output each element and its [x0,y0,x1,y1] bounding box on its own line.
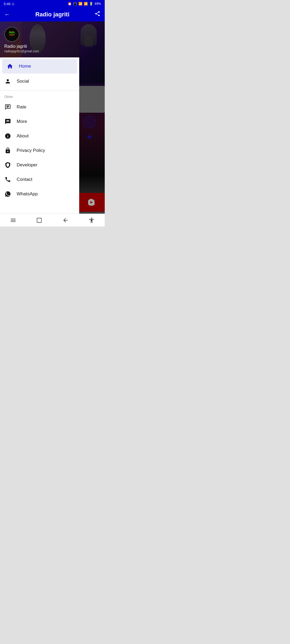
status-time-area: 5:46 ⚠ [4,2,15,6]
about-label: About [17,133,28,139]
menu-item-rate[interactable]: Rate [0,100,79,114]
avatar: Radio Jagriti [4,27,19,42]
home-icon [6,63,13,70]
status-bar: 5:46 ⚠ ⏰ 📳 📶 📶 🔋 49% [0,0,105,8]
whatsapp-icon [4,191,11,197]
vibrate-icon: 📳 [73,2,77,6]
drawer-email: radiojagriti1@gmail.com [4,49,75,53]
back-button[interactable]: ← [4,11,10,18]
signal-icon: 📶 [84,2,88,6]
menu-item-more[interactable]: More [0,114,79,129]
battery-icon: 🔋 [89,2,93,6]
privacy-label: Privacy Policy [17,148,45,153]
battery-percent: 49% [95,2,101,6]
menu-item-whatsapp[interactable]: WhatsApp [0,187,79,201]
avatar-logo: Radio Jagriti [5,27,19,41]
rate-icon [4,104,11,111]
nav-home-button[interactable] [26,214,53,226]
status-time: 5:46 [4,2,10,6]
more-icon [4,118,11,125]
svg-rect-4 [37,218,42,222]
developer-label: Developer [17,162,38,168]
menu-item-about[interactable]: About [0,129,79,143]
nav-menu-button[interactable] [0,214,26,226]
about-icon [4,133,11,140]
other-section-label: Other [0,92,79,100]
drawer-station-name: Radio jagriti [4,44,75,49]
divider-1 [0,90,79,90]
home-label: Home [19,64,31,69]
contact-label: Contact [17,177,32,182]
main-container: Radio Jagriti Radio jagriti radiojagriti… [0,21,105,226]
app-bar: ← Radio jagriti [0,8,105,21]
wifi-icon: 📶 [78,2,82,6]
whatsapp-label: WhatsApp [17,191,38,197]
developer-icon [4,162,11,169]
more-label: More [17,119,27,124]
rate-label: Rate [17,104,26,110]
menu-item-home[interactable]: Home [2,59,77,74]
bottom-nav [0,214,105,226]
nav-drawer: Radio Jagriti Radio jagriti radiojagriti… [0,21,79,226]
social-icon [4,78,11,85]
nav-accessibility-button[interactable] [79,214,105,226]
social-label: Social [17,79,29,84]
contact-icon [4,176,11,183]
status-icons: ⏰ 📳 📶 📶 🔋 49% [68,2,101,6]
menu-item-privacy[interactable]: Privacy Policy [0,143,79,158]
menu-item-developer[interactable]: Developer [0,158,79,172]
warning-icon: ⚠ [12,2,15,6]
alarm-icon: ⏰ [68,2,72,6]
menu-item-social[interactable]: Social [0,74,79,89]
privacy-icon [4,147,11,154]
drawer-menu: Home Social Other [0,57,79,226]
nav-back-button[interactable] [52,214,79,226]
share-button[interactable] [95,11,100,18]
app-bar-title: Radio jagriti [35,11,69,18]
menu-item-contact[interactable]: Contact [0,172,79,187]
drawer-header: Radio Jagriti Radio jagriti radiojagriti… [0,21,79,57]
